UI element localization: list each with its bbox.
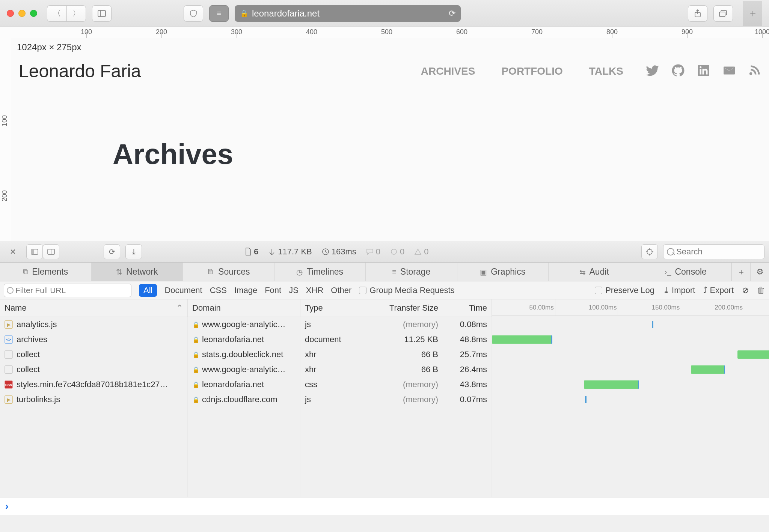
shield-icon <box>189 9 198 18</box>
table-row[interactable]: collect🔒www.google-analytic…xhr66 B26.4m… <box>0 362 769 377</box>
crosshair-icon <box>645 248 654 256</box>
site-title[interactable]: Leonardo Faria <box>19 61 141 81</box>
tabs-icon <box>719 10 728 17</box>
url-host: leonardofaria.net <box>252 8 320 19</box>
close-window-icon[interactable] <box>7 10 14 17</box>
download-button[interactable]: ⤓ <box>125 244 142 259</box>
filter-css[interactable]: CSS <box>210 286 227 295</box>
filter-image[interactable]: Image <box>234 286 257 295</box>
table-row[interactable]: <>archives🔒leonardofaria.netdocument11.2… <box>0 332 769 347</box>
reload-icon[interactable]: ⟳ <box>449 9 455 18</box>
lock-icon: 🔒 <box>240 9 248 18</box>
mail-icon[interactable] <box>722 64 736 79</box>
nav-archives[interactable]: ARCHIVES <box>421 65 475 77</box>
reader-button[interactable]: ≡ <box>209 5 229 22</box>
new-tab-button[interactable]: ＋ <box>743 1 762 26</box>
clear-button[interactable]: 🗑 <box>757 286 765 295</box>
col-type[interactable]: Type <box>300 299 366 317</box>
vertical-ruler: 100200 <box>0 38 11 241</box>
size-icon <box>268 248 276 255</box>
clock-icon <box>322 248 329 255</box>
export-button[interactable]: ⤴ Export <box>703 286 734 295</box>
reload-button[interactable]: ⟳ <box>104 244 120 259</box>
tab-storage[interactable]: ≡Storage <box>366 263 457 281</box>
devtools-search[interactable] <box>663 244 764 259</box>
target-button[interactable] <box>641 244 658 259</box>
document-icon <box>245 248 252 256</box>
network-table: Name Domain Type Transfer Size Time 50.0… <box>0 299 769 317</box>
tabs-button[interactable] <box>713 5 733 22</box>
filter-document[interactable]: Document <box>164 286 202 295</box>
chat-icon <box>366 248 374 255</box>
tab-graphics[interactable]: ▣Graphics <box>457 263 549 281</box>
devtools-search-input[interactable] <box>663 244 764 259</box>
main-nav: ARCHIVES PORTFOLIO TALKS <box>421 65 623 77</box>
console-prompt[interactable]: › <box>0 497 769 515</box>
devtools-settings-button[interactable]: ⚙ <box>750 263 769 281</box>
group-media-checkbox[interactable]: Group Media Requests <box>359 286 454 295</box>
filter-xhr[interactable]: XHR <box>306 286 323 295</box>
total-size: 117.7 KB <box>278 247 312 257</box>
total-time: 163ms <box>332 247 356 257</box>
table-row[interactable]: styles.min.fe7c43cfda87018b181e1c27…🔒leo… <box>0 377 769 392</box>
tab-audit[interactable]: ⇆Audit <box>549 263 640 281</box>
devtools-tabs: ⧉Elements ⇅Network 🗎Sources ◷Timelines ≡… <box>0 263 769 281</box>
col-domain[interactable]: Domain <box>188 299 300 317</box>
table-row[interactable]: collect🔒stats.g.doubleclick.netxhr66 B25… <box>0 347 769 362</box>
tab-sources[interactable]: 🗎Sources <box>183 263 274 281</box>
tab-console[interactable]: ›_Console <box>640 263 732 281</box>
tab-elements[interactable]: ⧉Elements <box>0 263 92 281</box>
filter-other[interactable]: Other <box>331 286 351 295</box>
col-name[interactable]: Name <box>0 299 188 317</box>
filter-url-input[interactable] <box>4 284 131 297</box>
network-table-body: jsanalytics.js🔒www.google-analytic…js(me… <box>0 317 769 497</box>
table-row[interactable]: jsanalytics.js🔒www.google-analytic…js(me… <box>0 317 769 332</box>
window-traffic-lights <box>7 10 37 17</box>
svg-rect-0 <box>98 11 106 17</box>
site-header: Leonardo Faria ARCHIVES PORTFOLIO TALKS <box>11 38 769 81</box>
github-icon[interactable] <box>671 64 685 79</box>
address-bar[interactable]: 🔒 leonardofaria.net ⟳ <box>235 5 461 22</box>
info-icon <box>390 248 398 255</box>
forward-button[interactable]: 〉 <box>66 5 86 22</box>
import-button[interactable]: ⤓ Import <box>663 286 695 295</box>
svg-point-10 <box>391 249 397 254</box>
page-viewport: 1024px × 275px Leonardo Faria ARCHIVES P… <box>11 38 769 241</box>
dock-right-button[interactable] <box>43 244 59 259</box>
linkedin-icon[interactable] <box>697 64 710 79</box>
tab-timelines[interactable]: ◷Timelines <box>274 263 366 281</box>
rss-icon[interactable] <box>748 64 761 79</box>
privacy-report-button[interactable] <box>184 5 203 22</box>
minimize-window-icon[interactable] <box>18 10 26 17</box>
sidebar-toggle-button[interactable] <box>92 5 112 22</box>
nav-portfolio[interactable]: PORTFOLIO <box>501 65 562 77</box>
zoom-window-icon[interactable] <box>30 10 37 17</box>
close-devtools-button[interactable]: ✕ <box>5 244 21 259</box>
filter-all[interactable]: All <box>139 284 157 297</box>
add-tab-button[interactable]: ＋ <box>731 263 750 281</box>
nav-talks[interactable]: TALKS <box>589 65 623 77</box>
page-heading: Archives <box>113 138 769 170</box>
browser-toolbar: 〈 〉 ≡ 🔒 leonardofaria.net ⟳ ＋ <box>0 0 769 27</box>
filter-font[interactable]: Font <box>265 286 281 295</box>
dock-left-button[interactable] <box>26 244 43 259</box>
filter-js[interactable]: JS <box>289 286 299 295</box>
share-button[interactable] <box>688 5 707 22</box>
ruler-corner <box>0 27 11 38</box>
twitter-icon[interactable] <box>646 64 659 79</box>
doc-count: 6 <box>254 247 258 257</box>
back-button[interactable]: 〈 <box>47 5 66 22</box>
waterfall-header: 50.00ms100.00ms150.00ms200.00ms <box>492 299 769 316</box>
tab-network[interactable]: ⇅Network <box>92 263 183 281</box>
social-links <box>646 64 761 79</box>
col-size[interactable]: Transfer Size <box>366 299 443 317</box>
no-filter-icon[interactable]: ⊘ <box>742 286 749 295</box>
col-time[interactable]: Time <box>443 299 492 317</box>
network-summary: 6 117.7 KB 163ms 0 0 0 <box>245 247 429 257</box>
preserve-log-checkbox[interactable]: Preserve Log <box>595 286 654 295</box>
svg-rect-6 <box>31 249 34 254</box>
sidebar-icon <box>98 10 106 17</box>
share-icon <box>694 9 701 18</box>
viewport-dimensions: 1024px × 275px <box>17 42 81 53</box>
table-row[interactable]: jsturbolinks.js🔒cdnjs.cloudflare.comjs(m… <box>0 392 769 407</box>
